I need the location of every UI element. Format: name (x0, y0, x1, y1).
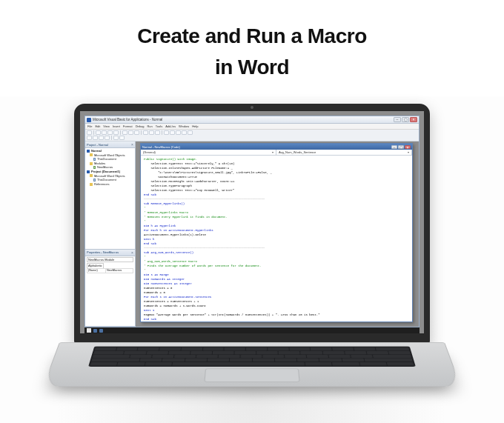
maximize-button[interactable]: ▢ (402, 117, 409, 122)
touchpad (204, 369, 299, 382)
windows-taskbar[interactable] (84, 327, 420, 333)
keyboard (88, 347, 416, 367)
code-window-titlebar[interactable]: Normal - NewMacros (Code) – ▢ × (141, 144, 412, 150)
mdi-area: Normal - NewMacros (Code) – ▢ × (136, 141, 419, 327)
stage: Microsoft Visual Basic for Applications … (0, 96, 504, 423)
tool-toolbox-icon[interactable] (188, 130, 193, 135)
toolbar-row-2 (85, 136, 419, 141)
tool-reset-icon[interactable] (155, 130, 160, 135)
tool-break-icon[interactable] (149, 130, 154, 135)
menu-format[interactable]: Format (123, 124, 133, 128)
tool-secondary-icon[interactable] (119, 136, 125, 140)
object-dropdown[interactable]: (General) ▾ (141, 150, 276, 155)
taskbar-app-icon[interactable] (93, 329, 97, 333)
menu-insert[interactable]: Insert (113, 124, 120, 128)
vba-editor-window: Microsoft Visual Basic for Applications … (84, 116, 420, 327)
module-icon (93, 166, 96, 169)
project-explorer-header[interactable]: Project - Normal × (85, 141, 135, 148)
prop-key: (Name) (87, 268, 106, 273)
properties-panel: Properties - NewMacros × NewMacros Modul… (85, 250, 135, 327)
close-button[interactable]: × (410, 117, 417, 122)
prop-value[interactable]: NewMacros (106, 268, 133, 273)
menu-view[interactable]: View (103, 124, 110, 128)
laptop-lid: Microsoft Visual Basic for Applications … (74, 104, 430, 344)
tool-cut-icon[interactable] (102, 130, 107, 135)
code-window: Normal - NewMacros (Code) – ▢ × (140, 143, 413, 322)
project-tree[interactable]: Normal Microsoft Word Objects ThisDocume… (85, 148, 135, 249)
panel-close-icon[interactable]: × (131, 142, 133, 147)
tool-undo-icon[interactable] (128, 130, 133, 135)
panel-close-icon[interactable]: × (131, 250, 133, 255)
document-icon (93, 158, 96, 161)
code-minimize-button[interactable]: – (391, 145, 397, 149)
toolbar-separator (141, 130, 142, 135)
side-panels: Project - Normal × Normal Microsoft Word… (85, 141, 136, 327)
body-area: Project - Normal × Normal Microsoft Word… (85, 141, 419, 327)
toolbars (85, 130, 419, 141)
folder-icon (90, 183, 93, 186)
window-controls: – ▢ × (394, 117, 417, 122)
project-icon (87, 150, 90, 153)
code-maximize-button[interactable]: ▢ (398, 145, 404, 149)
properties-object-select[interactable]: NewMacros Module (87, 257, 133, 263)
properties-grid[interactable]: (Name) NewMacros (87, 268, 133, 273)
menu-run[interactable]: Run (147, 124, 152, 128)
chevron-down-icon: ▾ (272, 150, 273, 154)
window-title: Microsoft Visual Basic for Applications … (93, 118, 392, 121)
tool-project-icon[interactable] (170, 130, 175, 135)
menu-edit[interactable]: Edit (95, 124, 100, 128)
tool-run-icon[interactable] (143, 130, 148, 135)
minimize-button[interactable]: – (394, 117, 401, 122)
properties-header[interactable]: Properties - NewMacros × (85, 250, 135, 256)
titlebar[interactable]: Microsoft Visual Basic for Applications … (85, 116, 419, 124)
menu-file[interactable]: File (87, 124, 92, 128)
code-dropdowns: (General) ▾ Avg_Num_Words_Sentence ▾ (141, 150, 412, 156)
menu-window[interactable]: Window (179, 124, 189, 128)
tool-secondary-icon[interactable] (105, 136, 110, 140)
heading-line-1: Create and Run a Macro (0, 21, 504, 52)
properties-tab-alphabetic[interactable]: Alphabetic (87, 263, 104, 268)
procedure-dropdown[interactable]: Avg_Num_Words_Sentence ▾ (276, 150, 412, 155)
app-icon (87, 118, 91, 122)
tool-secondary-icon[interactable] (93, 136, 98, 140)
folder-icon (90, 162, 93, 165)
tool-secondary-icon[interactable] (99, 136, 104, 140)
laptop: Microsoft Visual Basic for Applications … (59, 104, 445, 409)
tool-redo-icon[interactable] (134, 130, 139, 135)
toolbar-separator (111, 136, 112, 140)
laptop-screen: Microsoft Visual Basic for Applications … (80, 111, 424, 333)
tool-design-icon[interactable] (164, 130, 169, 135)
laptop-deck (43, 342, 461, 387)
menu-addins[interactable]: Add-Ins (165, 124, 176, 128)
properties-body: NewMacros Module Alphabetic (Name) NewMa… (85, 256, 135, 326)
menu-tools[interactable]: Tools (156, 124, 162, 128)
chevron-down-icon: ▾ (408, 150, 409, 154)
webcam (251, 106, 253, 109)
tool-view-word-icon[interactable] (87, 130, 92, 135)
tool-save-icon[interactable] (96, 130, 101, 135)
code-window-controls: – ▢ × (391, 145, 411, 149)
toolbar-separator (93, 130, 94, 135)
tool-secondary-icon[interactable] (113, 136, 119, 140)
tool-secondary-icon[interactable] (87, 136, 92, 140)
menu-debug[interactable]: Debug (136, 124, 145, 128)
tool-find-icon[interactable] (122, 130, 127, 135)
heading-line-2: in Word (0, 52, 504, 83)
toolbar-row-1 (85, 130, 419, 136)
code-window-title: Normal - NewMacros (Code) (142, 145, 180, 149)
folder-icon (90, 153, 93, 156)
menu-help[interactable]: Help (192, 124, 198, 128)
code-close-button[interactable]: × (405, 145, 411, 149)
folder-icon (90, 174, 93, 177)
tool-paste-icon[interactable] (113, 130, 119, 135)
tree-references[interactable]: References (94, 182, 109, 187)
tool-browser-icon[interactable] (182, 130, 187, 135)
prop-row: (Name) NewMacros (87, 268, 133, 273)
code-editor[interactable]: Public Signature() with image. Selection… (141, 156, 412, 322)
project-explorer-panel: Project - Normal × Normal Microsoft Word… (85, 141, 135, 250)
tool-copy-icon[interactable] (107, 130, 113, 135)
tool-props-icon[interactable] (176, 130, 181, 135)
start-button-icon[interactable] (87, 328, 91, 333)
taskbar-app-icon[interactable] (99, 329, 103, 333)
page-heading: Create and Run a Macro in Word (0, 0, 504, 83)
